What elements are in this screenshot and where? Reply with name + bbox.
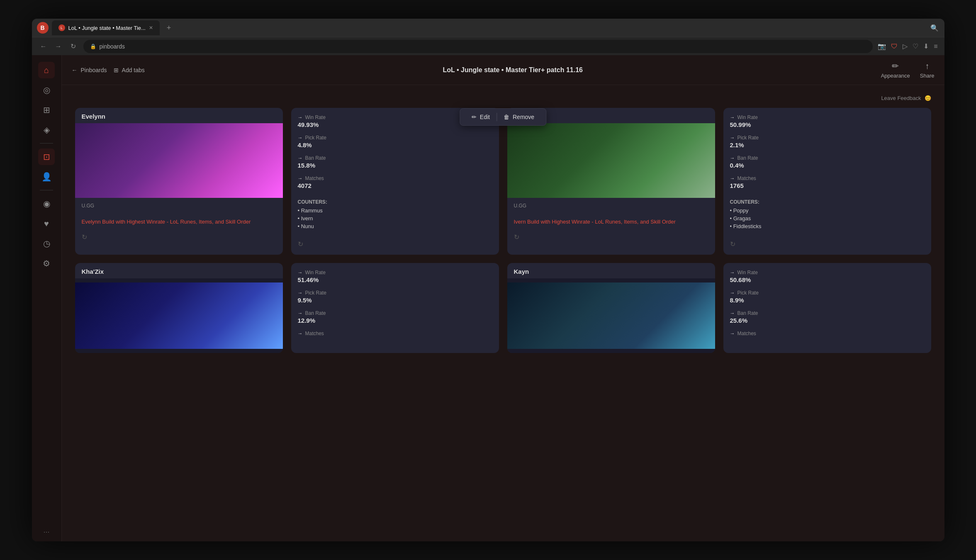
champion-card-khazix: Kha'Zix [75, 263, 283, 353]
add-tabs-button[interactable]: ⊞ Add tabs [114, 67, 145, 73]
lock-icon: 🔒 [90, 44, 96, 49]
evelynn-counters: COUNTERS: • Rammus • Ivern • Nunu [298, 199, 492, 230]
evelynn-image [75, 123, 283, 198]
share-icon: ↑ [925, 61, 929, 71]
sidebar-icon-heart[interactable]: ♥ [38, 215, 55, 232]
evelynn-pick-rate: → Pick Rate 4.8% [298, 135, 492, 149]
khazix-pick-rate: → Pick Rate 9.5% [298, 290, 492, 304]
evelynn-source: U.GG [75, 198, 283, 214]
browser-toolbar: ← → ↻ 🔒 pinboards 📷 🛡 ▷ ♡ ⬇ ≡ [32, 37, 944, 55]
context-menu: ✏ Edit 🗑 Remove [460, 108, 546, 126]
url-text: pinboards [100, 43, 125, 50]
khazix-ban-rate: → Ban Rate 12.9% [298, 310, 492, 324]
sidebar-icon-home[interactable]: ⌂ [38, 62, 55, 78]
kayn-matches: → Matches [730, 331, 925, 336]
tab-favicon: L [58, 24, 65, 31]
add-tabs-label: Add tabs [122, 67, 145, 73]
evelynn-refresh-icon[interactable]: ↻ [82, 233, 87, 241]
khazix-matches-label: → Matches [298, 331, 492, 336]
new-tab-button[interactable]: + [163, 22, 175, 34]
remove-menu-item[interactable]: 🗑 Remove [499, 112, 539, 122]
ivern-pick-rate-value: 2.1% [730, 141, 925, 149]
kayn-win-rate: → Win Rate 50.68% [730, 270, 925, 283]
ivern-pick-rate-label: → Pick Rate [730, 135, 925, 141]
sidebar-icon-settings[interactable]: ⚙ [38, 255, 55, 272]
evelynn-counter-1: • Rammus [298, 207, 492, 214]
ivern-counters: COUNTERS: • Poppy • Gragas • Fiddlestick… [730, 199, 925, 230]
sidebar-icon-bag[interactable]: ⊞ [38, 102, 55, 118]
sidebar-icon-pinboard[interactable]: ⊡ [38, 149, 55, 165]
content-area: ← Pinboards ⊞ Add tabs LoL • Jungle stat… [62, 55, 944, 541]
browser-search-button[interactable]: 🔍 [930, 23, 939, 33]
feedback-icon: 😊 [925, 95, 931, 101]
ivern-win-rate: → Win Rate 50.99% [730, 114, 925, 128]
browser-window: B L LoL • Jungle state • Master Tie... ✕… [32, 19, 944, 541]
sidebar-icon-compass[interactable]: ◎ [38, 82, 55, 98]
active-tab[interactable]: L LoL • Jungle state • Master Tie... ✕ [52, 20, 160, 35]
kayn-pick-rate-value: 8.9% [730, 297, 925, 304]
ivern-pick-rate: → Pick Rate 2.1% [730, 135, 925, 149]
appearance-button[interactable]: ✏ Appearance [881, 61, 910, 79]
ivern-matches-value: 1765 [730, 182, 925, 189]
pinboard-content: Leave Feedback 😊 ✏ Edit 🗑 Remove [62, 85, 944, 541]
evelynn-matches: → Matches 4072 [298, 175, 492, 189]
champion-card-kayn: Kayn [507, 263, 715, 353]
evelynn-counter-2: • Ivern [298, 214, 492, 222]
ivern-win-rate-value: 50.99% [730, 121, 925, 128]
camera-action[interactable]: 📷 [878, 42, 886, 50]
champions-grid-row-2: Kha'Zix → Win Rate 51.46% [75, 263, 931, 353]
khazix-ban-rate-value: 12.9% [298, 317, 492, 324]
forward-button[interactable]: → [54, 41, 63, 51]
play-action[interactable]: ▷ [903, 42, 908, 50]
evelynn-matches-value: 4072 [298, 182, 492, 189]
bookmark-action[interactable]: ♡ [913, 42, 918, 50]
sidebar-divider-2 [40, 190, 53, 190]
ivern-link[interactable]: Ivern Build with Highest Winrate - LoL R… [507, 214, 715, 230]
ivern-counter-2: • Gragas [730, 214, 925, 222]
kayn-ban-rate: → Ban Rate 25.6% [730, 310, 925, 324]
edit-menu-item[interactable]: ✏ Edit [467, 112, 495, 122]
khazix-win-rate-value: 51.46% [298, 276, 492, 283]
shield-action[interactable]: 🛡 [891, 43, 898, 50]
back-button[interactable]: ← [39, 41, 49, 51]
kayn-stats-card: → Win Rate 50.68% → Pick Rate 8.9% [723, 263, 931, 353]
khazix-pick-rate-value: 9.5% [298, 297, 492, 304]
pinboards-arrow-icon: ← [72, 67, 78, 73]
kayn-name: Kayn [507, 263, 715, 278]
evelynn-img-placeholder [75, 123, 283, 198]
ivern-stats-refresh-icon[interactable]: ↻ [730, 240, 735, 248]
download-action[interactable]: ⬇ [923, 42, 929, 50]
evelynn-ban-rate-value: 15.8% [298, 162, 492, 169]
ivern-ban-rate: → Ban Rate 0.4% [730, 155, 925, 169]
ivern-image [507, 123, 715, 198]
app-header: ← Pinboards ⊞ Add tabs LoL • Jungle stat… [62, 55, 944, 85]
evelynn-link[interactable]: Evelynn Build with Highest Winrate - LoL… [75, 214, 283, 230]
ivern-refresh-icon[interactable]: ↻ [514, 233, 519, 241]
sidebar-icon-profile[interactable]: 👤 [38, 168, 55, 185]
browser-chrome: B L LoL • Jungle state • Master Tie... ✕… [32, 19, 944, 55]
pinboards-button[interactable]: ← Pinboards [72, 67, 107, 73]
champion-card-evelynn: Evelynn U.GG Evelynn Build with Highest … [75, 108, 283, 255]
feedback-button[interactable]: Leave Feedback 😊 [881, 95, 931, 101]
sidebar: ⌂ ◎ ⊞ ◈ ⊡ 👤 ◉ ♥ ◷ ⚙ ... [32, 55, 62, 541]
share-button[interactable]: ↑ Share [920, 61, 935, 79]
evelynn-stats-refresh-icon[interactable]: ↻ [298, 240, 303, 248]
sidebar-icon-twitch[interactable]: ◈ [38, 122, 55, 138]
evelynn-counters-label: COUNTERS: [298, 199, 492, 205]
refresh-button[interactable]: ↻ [68, 41, 78, 51]
edit-label: Edit [480, 114, 490, 120]
evelynn-ban-rate: → Ban Rate 15.8% [298, 155, 492, 169]
menu-divider [497, 113, 497, 121]
sidebar-more-button[interactable]: ... [43, 526, 49, 535]
address-bar[interactable]: 🔒 pinboards [83, 40, 873, 53]
menu-action[interactable]: ≡ [934, 43, 937, 50]
evelynn-stats-footer: ↻ [298, 237, 492, 248]
sidebar-divider-1 [40, 143, 53, 144]
tab-close-button[interactable]: ✕ [149, 25, 153, 31]
sidebar-icon-clock[interactable]: ◷ [38, 235, 55, 252]
evelynn-ban-rate-label: → Ban Rate [298, 155, 492, 161]
feedback-label: Leave Feedback [881, 95, 921, 101]
sidebar-icon-record[interactable]: ◉ [38, 195, 55, 212]
remove-label: Remove [513, 114, 534, 120]
evelynn-stats-card: → Win Rate 49.93% → Pick Rate 4.8% [291, 108, 499, 255]
